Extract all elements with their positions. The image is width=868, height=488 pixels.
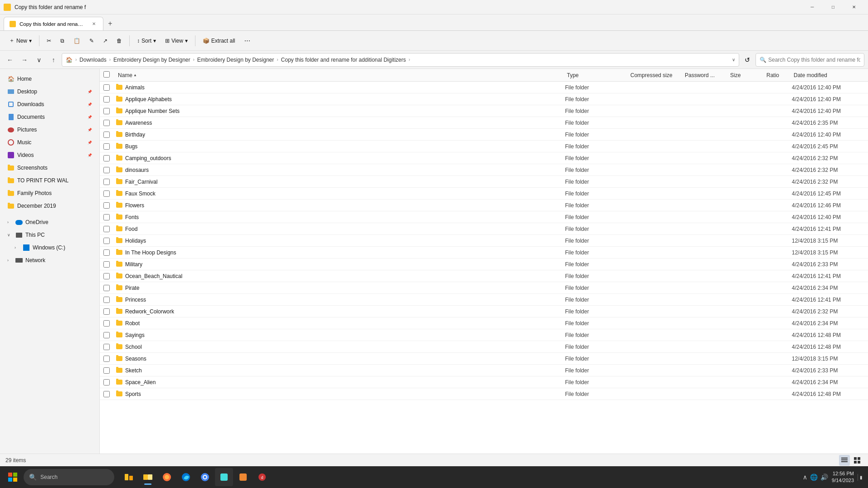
search-input[interactable] bbox=[768, 57, 860, 63]
table-row[interactable]: Flowers File folder 4/24/2016 12:46 PM bbox=[100, 200, 868, 211]
forward-button[interactable]: → bbox=[18, 54, 31, 66]
minimize-button[interactable]: ─ bbox=[802, 0, 823, 15]
table-row[interactable]: Birthday File folder 4/24/2016 12:40 PM bbox=[100, 129, 868, 141]
table-row[interactable]: Fonts File folder 4/24/2016 12:40 PM bbox=[100, 211, 868, 223]
table-row[interactable]: Princess File folder 4/24/2016 12:41 PM bbox=[100, 294, 868, 306]
network-tray-icon[interactable]: 🌐 bbox=[810, 473, 818, 481]
sidebar-item-family-photos[interactable]: Family Photos bbox=[2, 187, 98, 200]
refresh-button[interactable]: ↺ bbox=[741, 54, 754, 66]
taskbar-firefox-app[interactable] bbox=[158, 468, 176, 486]
col-type-header[interactable]: Type bbox=[565, 72, 629, 78]
table-row[interactable]: Robot File folder 4/24/2016 2:34 PM bbox=[100, 317, 868, 329]
table-row[interactable]: Awareness File folder 4/24/2016 2:35 PM bbox=[100, 117, 868, 129]
new-tab-button[interactable]: + bbox=[103, 17, 117, 30]
row-checkbox[interactable] bbox=[103, 108, 110, 114]
row-checkbox[interactable] bbox=[103, 344, 110, 350]
row-checkbox[interactable] bbox=[103, 179, 110, 185]
date-col-header[interactable]: Date modified bbox=[792, 72, 864, 78]
paste-button[interactable]: 📋 bbox=[70, 34, 84, 48]
breadcrumb-home[interactable]: 🏠 bbox=[66, 57, 73, 63]
taskbar-app5[interactable] bbox=[215, 468, 233, 486]
row-checkbox[interactable] bbox=[103, 190, 110, 197]
row-checkbox[interactable] bbox=[103, 238, 110, 244]
col-compressed-header[interactable]: Compressed size bbox=[629, 72, 683, 78]
tab-close-button[interactable]: ✕ bbox=[90, 20, 98, 28]
row-checkbox[interactable] bbox=[103, 297, 110, 303]
table-row[interactable]: dinosaurs File folder 4/24/2016 2:32 PM bbox=[100, 164, 868, 176]
table-row[interactable]: Military File folder 4/24/2016 2:33 PM bbox=[100, 259, 868, 270]
sidebar-item-music[interactable]: Music 📌 bbox=[2, 136, 98, 149]
row-checkbox[interactable] bbox=[103, 132, 110, 138]
grid-view-button[interactable] bbox=[852, 455, 863, 466]
maximize-button[interactable]: □ bbox=[823, 0, 844, 15]
row-checkbox[interactable] bbox=[103, 96, 110, 102]
taskbar-clock[interactable]: 12:56 PM 9/14/2023 bbox=[832, 470, 854, 484]
search-box[interactable]: 🔍 bbox=[756, 53, 864, 67]
row-checkbox[interactable] bbox=[103, 285, 110, 291]
volume-tray-icon[interactable]: 🔊 bbox=[820, 473, 828, 481]
taskbar-chrome-app[interactable] bbox=[196, 468, 214, 486]
name-col-header[interactable]: Name ▲ bbox=[116, 72, 139, 78]
col-date-header[interactable]: Date modified bbox=[792, 72, 864, 78]
table-row[interactable]: Space_Alien File folder 4/24/2016 2:34 P… bbox=[100, 376, 868, 388]
list-view-button[interactable] bbox=[839, 455, 850, 466]
table-row[interactable]: Applique Alphabets File folder 4/24/2016… bbox=[100, 93, 868, 105]
row-checkbox[interactable] bbox=[103, 332, 110, 338]
row-checkbox[interactable] bbox=[103, 273, 110, 279]
select-all-checkbox[interactable] bbox=[103, 71, 110, 78]
address-dropdown-button[interactable]: ∨ bbox=[732, 57, 735, 62]
sidebar-item-to-print[interactable]: TO PRINT FOR WAL bbox=[2, 174, 98, 187]
password-col-header[interactable]: Password ... bbox=[683, 72, 728, 78]
breadcrumb-emb1[interactable]: Embroidery Design by Designer bbox=[113, 57, 190, 63]
row-checkbox[interactable] bbox=[103, 356, 110, 362]
sidebar-item-onedrive[interactable]: › OneDrive bbox=[2, 216, 98, 229]
tray-arrow-icon[interactable]: ∧ bbox=[803, 473, 807, 481]
delete-button[interactable]: 🗑 bbox=[113, 34, 126, 48]
table-row[interactable]: Sports File folder 4/24/2016 12:48 PM bbox=[100, 388, 868, 400]
breadcrumb-emb2[interactable]: Embroidery Design by Designer bbox=[197, 57, 274, 63]
table-row[interactable]: Bugs File folder 4/24/2016 2:45 PM bbox=[100, 141, 868, 152]
more-button[interactable]: ··· bbox=[241, 34, 254, 48]
sidebar-item-home[interactable]: 🏠 Home bbox=[2, 73, 98, 85]
row-checkbox[interactable] bbox=[103, 367, 110, 374]
col-size-header[interactable]: Size bbox=[728, 72, 765, 78]
sidebar-item-windows-c[interactable]: › Windows (C:) bbox=[2, 241, 98, 254]
breadcrumb-downloads[interactable]: Downloads bbox=[79, 57, 106, 63]
table-row[interactable]: Seasons File folder 12/4/2018 3:15 PM bbox=[100, 353, 868, 365]
table-row[interactable]: Redwork_Colorwork File folder 4/24/2016 … bbox=[100, 306, 868, 317]
row-checkbox[interactable] bbox=[103, 167, 110, 173]
row-checkbox[interactable] bbox=[103, 379, 110, 386]
taskbar-edge-app[interactable] bbox=[177, 468, 195, 486]
table-row[interactable]: Camping_outdoors File folder 4/24/2016 2… bbox=[100, 152, 868, 164]
sidebar-item-december[interactable]: December 2019 bbox=[2, 200, 98, 212]
cut-button[interactable]: ✂ bbox=[43, 34, 55, 48]
col-password-header[interactable]: Password ... bbox=[683, 72, 728, 78]
row-checkbox[interactable] bbox=[103, 214, 110, 220]
up-button[interactable]: ↑ bbox=[47, 54, 60, 66]
sidebar-item-videos[interactable]: Videos 📌 bbox=[2, 149, 98, 161]
table-row[interactable]: In The Hoop Designs File folder 12/4/201… bbox=[100, 247, 868, 259]
close-button[interactable]: ✕ bbox=[844, 0, 864, 15]
rename-button[interactable]: ✎ bbox=[86, 34, 98, 48]
breadcrumb-current[interactable]: Copy this folder and rename for addition… bbox=[281, 57, 406, 63]
share-button[interactable]: ↗ bbox=[99, 34, 111, 48]
table-row[interactable]: Animals File folder 4/24/2016 12:40 PM bbox=[100, 82, 868, 93]
table-row[interactable]: Faux Smock File folder 4/24/2016 12:45 P… bbox=[100, 188, 868, 200]
sidebar-item-pictures[interactable]: Pictures 📌 bbox=[2, 123, 98, 136]
back-button[interactable]: ← bbox=[4, 54, 16, 66]
sidebar-item-desktop[interactable]: Desktop 📌 bbox=[2, 85, 98, 98]
row-checkbox[interactable] bbox=[103, 202, 110, 209]
taskbar-app7[interactable]: d bbox=[253, 468, 271, 486]
active-tab[interactable]: Copy this folder and rename f ✕ bbox=[4, 17, 103, 30]
sidebar-item-documents[interactable]: Documents 📌 bbox=[2, 111, 98, 123]
table-row[interactable]: Fair_Carnival File folder 4/24/2016 2:32… bbox=[100, 176, 868, 188]
taskbar-explorer-app[interactable] bbox=[139, 468, 157, 486]
col-name-header[interactable]: Name ▲ bbox=[116, 72, 565, 78]
recent-button[interactable]: ∨ bbox=[33, 54, 45, 66]
table-row[interactable]: Pirate File folder 4/24/2016 2:34 PM bbox=[100, 282, 868, 294]
table-row[interactable]: Ocean_Beach_Nautical File folder 4/24/20… bbox=[100, 270, 868, 282]
row-checkbox[interactable] bbox=[103, 249, 110, 256]
table-row[interactable]: Holidays File folder 12/4/2018 3:15 PM bbox=[100, 235, 868, 247]
new-button[interactable]: ＋ New ▾ bbox=[5, 34, 35, 48]
table-row[interactable]: Food File folder 4/24/2016 12:41 PM bbox=[100, 223, 868, 235]
